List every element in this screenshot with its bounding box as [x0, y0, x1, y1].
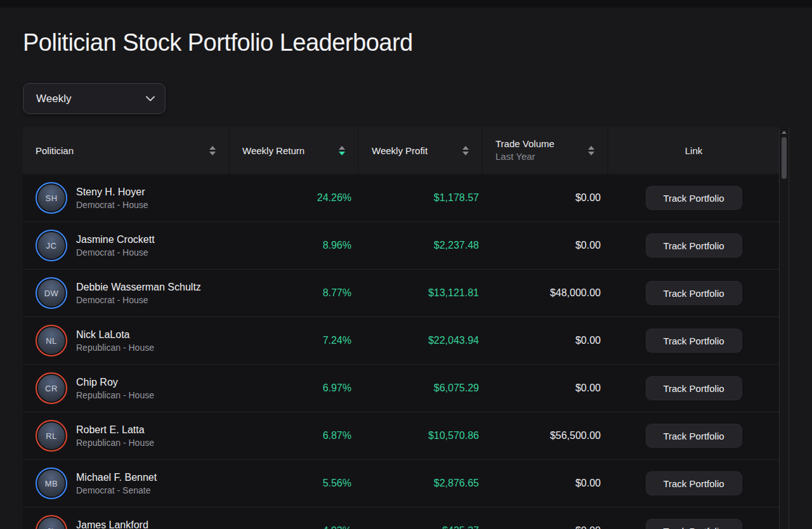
- column-header-trade-volume[interactable]: Trade Volume Last Year: [483, 127, 607, 174]
- avatar-photo: DW: [38, 280, 65, 306]
- politician-name: Debbie Wasserman Schultz: [76, 280, 201, 294]
- sort-arrows-icon: [588, 146, 594, 155]
- politician-name: Jasmine Crockett: [76, 233, 155, 246]
- trade-volume-cell: $56,500.00: [483, 412, 607, 459]
- trade-volume-value: $0.00: [575, 478, 601, 489]
- period-select-value: Weekly: [36, 93, 71, 105]
- trade-volume-value: $0.00: [575, 335, 601, 346]
- politician-avatar: SH: [36, 182, 67, 214]
- sort-arrows-icon: [209, 146, 216, 155]
- link-cell: Track Portfolio: [608, 317, 779, 364]
- avatar-photo: CR: [38, 375, 65, 402]
- politician-cell: JC Jasmine Crockett Democrat - House: [23, 222, 228, 269]
- link-cell: Track Portfolio: [608, 222, 779, 269]
- politician-name: Steny H. Hoyer: [76, 185, 148, 199]
- politician-avatar: JL: [36, 515, 67, 529]
- track-portfolio-button[interactable]: Track Portfolio: [646, 186, 742, 210]
- scrollbar-thumb[interactable]: [782, 137, 787, 179]
- track-portfolio-button[interactable]: Track Portfolio: [646, 329, 742, 353]
- sort-arrows-icon: [339, 146, 345, 155]
- trade-volume-cell: $48,000.00: [483, 270, 607, 317]
- track-portfolio-button[interactable]: Track Portfolio: [646, 471, 742, 495]
- weekly-profit-value: $2,876.65: [434, 478, 479, 489]
- trade-volume-value: $0.00: [575, 192, 601, 204]
- weekly-return-value: 4.93%: [323, 525, 351, 529]
- trade-volume-value: $56,500.00: [550, 430, 601, 441]
- trade-volume-cell: $0.00: [483, 317, 607, 364]
- weekly-return-cell: 7.24%: [230, 317, 358, 364]
- weekly-return-value: 8.96%: [323, 240, 351, 251]
- trade-volume-value: $48,000.00: [550, 287, 601, 299]
- weekly-profit-cell: $1,178.57: [359, 174, 481, 221]
- track-portfolio-button[interactable]: Track Portfolio: [646, 376, 742, 400]
- weekly-return-value: 6.87%: [323, 430, 351, 441]
- column-header-weekly-profit[interactable]: Weekly Profit: [359, 127, 481, 174]
- politician-party: Democrat - House: [76, 246, 155, 259]
- column-label: Politician: [36, 145, 74, 156]
- table-row: NL Nick LaLota Republican - House 7.24% …: [23, 317, 779, 365]
- avatar-photo: MB: [38, 470, 65, 497]
- politician-name: Robert E. Latta: [76, 423, 154, 436]
- column-header-politician[interactable]: Politician: [23, 127, 228, 174]
- weekly-return-cell: 4.93%: [230, 507, 358, 529]
- page-title: Politician Stock Portfolio Leaderboard: [23, 29, 413, 56]
- chevron-down-icon: [146, 96, 155, 101]
- table-header-row: Politician Weekly Return Weekly Profit T…: [23, 127, 779, 174]
- link-cell: Track Portfolio: [608, 365, 779, 412]
- column-sublabel: Last Year: [495, 150, 554, 163]
- politician-avatar: CR: [36, 372, 67, 404]
- politician-name: James Lankford: [76, 518, 157, 529]
- table-row: RL Robert E. Latta Republican - House 6.…: [23, 412, 779, 460]
- avatar-photo: NL: [38, 327, 65, 354]
- weekly-profit-value: $22,043.94: [428, 335, 479, 346]
- politician-avatar: DW: [36, 277, 67, 309]
- leaderboard-table: Politician Weekly Return Weekly Profit T…: [23, 127, 789, 529]
- politician-party: Republican - House: [76, 389, 154, 402]
- track-portfolio-button[interactable]: Track Portfolio: [646, 281, 742, 305]
- trade-volume-cell: $0.00: [483, 222, 607, 269]
- weekly-return-cell: 6.97%: [230, 365, 358, 412]
- table-row: DW Debbie Wasserman Schultz Democrat - H…: [23, 270, 779, 317]
- column-label: Link: [685, 145, 703, 156]
- table-row: SH Steny H. Hoyer Democrat - House 24.26…: [23, 174, 779, 222]
- link-cell: Track Portfolio: [608, 270, 779, 317]
- period-select[interactable]: Weekly: [23, 83, 166, 114]
- trade-volume-value: $0.00: [575, 525, 601, 529]
- trade-volume-cell: $0.00: [483, 365, 607, 412]
- avatar-photo: JC: [38, 232, 65, 259]
- top-strip: [0, 0, 812, 8]
- weekly-profit-value: $425.37: [442, 525, 479, 529]
- weekly-profit-value: $1,178.57: [434, 192, 479, 204]
- table-row: CR Chip Roy Republican - House 6.97% $6,…: [23, 365, 779, 412]
- link-cell: Track Portfolio: [608, 507, 779, 529]
- column-label: Trade Volume Last Year: [495, 138, 554, 163]
- politician-cell: RL Robert E. Latta Republican - House: [23, 412, 228, 459]
- track-portfolio-button[interactable]: Track Portfolio: [646, 519, 742, 529]
- weekly-return-cell: 8.96%: [230, 222, 358, 269]
- column-label: Weekly Profit: [372, 145, 428, 156]
- column-label: Weekly Return: [242, 145, 304, 156]
- avatar-photo: JL: [38, 518, 65, 529]
- weekly-profit-value: $2,237.48: [434, 240, 479, 251]
- weekly-return-cell: 5.56%: [230, 460, 358, 507]
- track-portfolio-button[interactable]: Track Portfolio: [646, 424, 742, 448]
- politician-name: Michael F. Bennet: [76, 471, 157, 484]
- table-body: SH Steny H. Hoyer Democrat - House 24.26…: [23, 174, 779, 529]
- table-row: JC Jasmine Crockett Democrat - House 8.9…: [23, 222, 779, 270]
- politician-party: Democrat - House: [76, 199, 148, 211]
- politician-cell: NL Nick LaLota Republican - House: [23, 317, 228, 364]
- trade-volume-value: $0.00: [575, 382, 601, 394]
- politician-party: Democrat - House: [76, 294, 201, 306]
- link-cell: Track Portfolio: [608, 460, 779, 507]
- politician-cell: DW Debbie Wasserman Schultz Democrat - H…: [23, 270, 228, 317]
- table-row: JL James Lankford Republican - Senate 4.…: [23, 507, 779, 529]
- track-portfolio-button[interactable]: Track Portfolio: [646, 233, 742, 258]
- weekly-profit-value: $6,075.29: [434, 382, 479, 394]
- weekly-profit-cell: $22,043.94: [359, 317, 481, 364]
- weekly-profit-cell: $2,237.48: [359, 222, 481, 269]
- weekly-profit-cell: $13,121.81: [359, 270, 481, 317]
- column-header-weekly-return[interactable]: Weekly Return: [230, 127, 358, 174]
- weekly-return-value: 24.26%: [317, 192, 351, 204]
- weekly-return-value: 8.77%: [323, 287, 351, 299]
- scrollbar-up-arrow-icon[interactable]: [782, 131, 787, 134]
